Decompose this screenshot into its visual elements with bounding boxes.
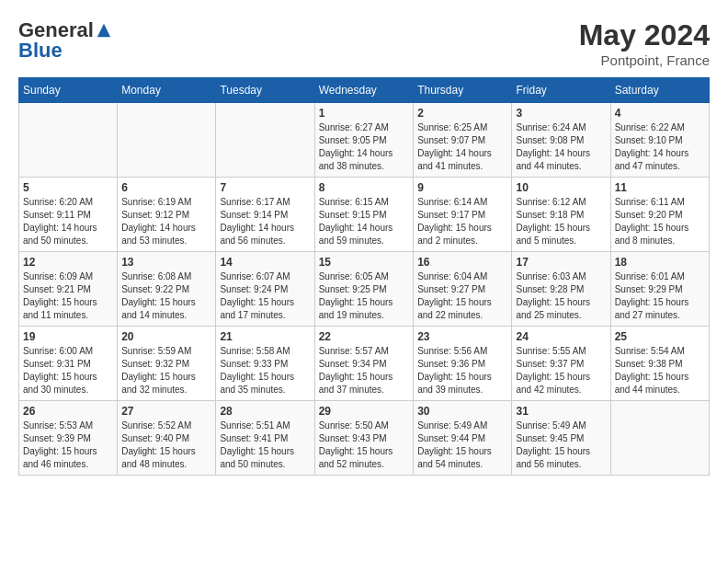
- day-info: Sunrise: 5:54 AM Sunset: 9:38 PM Dayligh…: [615, 345, 705, 396]
- calendar-cell: 16Sunrise: 6:04 AM Sunset: 9:27 PM Dayli…: [414, 252, 512, 327]
- calendar-cell: 24Sunrise: 5:55 AM Sunset: 9:37 PM Dayli…: [512, 327, 610, 401]
- calendar-cell: [216, 103, 314, 178]
- day-info: Sunrise: 5:52 AM Sunset: 9:40 PM Dayligh…: [121, 419, 211, 471]
- day-number: 14: [220, 256, 310, 269]
- day-number: 27: [121, 405, 211, 418]
- day-number: 7: [220, 181, 310, 194]
- day-info: Sunrise: 6:00 AM Sunset: 9:31 PM Dayligh…: [23, 345, 113, 396]
- day-number: 21: [220, 330, 310, 343]
- page-header: General Blue May 2024 Pontpoint, France: [18, 18, 710, 68]
- calendar-cell: [19, 103, 118, 178]
- title-area: May 2024 Pontpoint, France: [579, 18, 710, 68]
- weekday-header-friday: Friday: [512, 78, 610, 103]
- month-year-title: May 2024: [579, 18, 710, 52]
- calendar-cell: 31Sunrise: 5:49 AM Sunset: 9:45 PM Dayli…: [512, 401, 610, 476]
- day-info: Sunrise: 6:20 AM Sunset: 9:11 PM Dayligh…: [23, 196, 113, 247]
- day-number: 20: [121, 330, 211, 343]
- day-number: 22: [319, 330, 410, 343]
- day-info: Sunrise: 5:49 AM Sunset: 9:45 PM Dayligh…: [516, 419, 606, 471]
- day-number: 23: [417, 330, 507, 343]
- day-info: Sunrise: 6:15 AM Sunset: 9:15 PM Dayligh…: [319, 196, 410, 247]
- day-number: 11: [615, 181, 705, 194]
- day-info: Sunrise: 5:51 AM Sunset: 9:41 PM Dayligh…: [220, 419, 310, 471]
- day-info: Sunrise: 6:24 AM Sunset: 9:08 PM Dayligh…: [516, 121, 606, 173]
- location-subtitle: Pontpoint, France: [579, 52, 710, 68]
- calendar-cell: 3Sunrise: 6:24 AM Sunset: 9:08 PM Daylig…: [512, 103, 610, 178]
- day-info: Sunrise: 5:58 AM Sunset: 9:33 PM Dayligh…: [220, 345, 310, 396]
- day-info: Sunrise: 5:57 AM Sunset: 9:34 PM Dayligh…: [319, 345, 410, 396]
- calendar-cell: 8Sunrise: 6:15 AM Sunset: 9:15 PM Daylig…: [314, 178, 414, 252]
- day-info: Sunrise: 6:09 AM Sunset: 9:21 PM Dayligh…: [23, 270, 113, 322]
- calendar-cell: 20Sunrise: 5:59 AM Sunset: 9:32 PM Dayli…: [118, 327, 216, 401]
- logo-blue: Blue: [18, 39, 63, 63]
- day-info: Sunrise: 5:49 AM Sunset: 9:44 PM Dayligh…: [417, 419, 507, 471]
- day-info: Sunrise: 6:12 AM Sunset: 9:18 PM Dayligh…: [516, 196, 606, 247]
- calendar-cell: 28Sunrise: 5:51 AM Sunset: 9:41 PM Dayli…: [216, 401, 314, 476]
- weekday-header-thursday: Thursday: [414, 78, 512, 103]
- calendar-week-row: 12Sunrise: 6:09 AM Sunset: 9:21 PM Dayli…: [19, 252, 710, 327]
- day-info: Sunrise: 5:59 AM Sunset: 9:32 PM Dayligh…: [121, 345, 211, 396]
- calendar-cell: 29Sunrise: 5:50 AM Sunset: 9:43 PM Dayli…: [314, 401, 414, 476]
- day-number: 4: [615, 107, 705, 120]
- calendar-cell: 11Sunrise: 6:11 AM Sunset: 9:20 PM Dayli…: [610, 178, 709, 252]
- day-info: Sunrise: 5:50 AM Sunset: 9:43 PM Dayligh…: [319, 419, 410, 471]
- weekday-header-wednesday: Wednesday: [314, 78, 414, 103]
- day-number: 2: [417, 107, 507, 120]
- calendar-cell: 23Sunrise: 5:56 AM Sunset: 9:36 PM Dayli…: [414, 327, 512, 401]
- day-number: 15: [319, 256, 410, 269]
- calendar-cell: 2Sunrise: 6:25 AM Sunset: 9:07 PM Daylig…: [414, 103, 512, 178]
- calendar-cell: 10Sunrise: 6:12 AM Sunset: 9:18 PM Dayli…: [512, 178, 610, 252]
- day-info: Sunrise: 5:56 AM Sunset: 9:36 PM Dayligh…: [417, 345, 507, 396]
- weekday-header-saturday: Saturday: [610, 78, 709, 103]
- day-number: 9: [417, 181, 507, 194]
- weekday-header-sunday: Sunday: [19, 78, 118, 103]
- day-number: 13: [121, 256, 211, 269]
- day-info: Sunrise: 6:17 AM Sunset: 9:14 PM Dayligh…: [220, 196, 310, 247]
- day-info: Sunrise: 6:08 AM Sunset: 9:22 PM Dayligh…: [121, 270, 211, 322]
- calendar-cell: 6Sunrise: 6:19 AM Sunset: 9:12 PM Daylig…: [118, 178, 216, 252]
- calendar-week-row: 19Sunrise: 6:00 AM Sunset: 9:31 PM Dayli…: [19, 327, 710, 401]
- calendar-cell: 21Sunrise: 5:58 AM Sunset: 9:33 PM Dayli…: [216, 327, 314, 401]
- day-info: Sunrise: 6:04 AM Sunset: 9:27 PM Dayligh…: [417, 270, 507, 322]
- calendar-week-row: 1Sunrise: 6:27 AM Sunset: 9:05 PM Daylig…: [19, 103, 710, 178]
- day-info: Sunrise: 6:25 AM Sunset: 9:07 PM Dayligh…: [417, 121, 507, 173]
- weekday-header-tuesday: Tuesday: [216, 78, 314, 103]
- calendar-cell: 4Sunrise: 6:22 AM Sunset: 9:10 PM Daylig…: [610, 103, 709, 178]
- day-number: 10: [516, 181, 606, 194]
- calendar-cell: 30Sunrise: 5:49 AM Sunset: 9:44 PM Dayli…: [414, 401, 512, 476]
- day-info: Sunrise: 6:22 AM Sunset: 9:10 PM Dayligh…: [615, 121, 705, 173]
- day-number: 30: [417, 405, 507, 418]
- calendar-cell: 12Sunrise: 6:09 AM Sunset: 9:21 PM Dayli…: [19, 252, 118, 327]
- day-number: 28: [220, 405, 310, 418]
- day-number: 24: [516, 330, 606, 343]
- day-number: 17: [516, 256, 606, 269]
- day-info: Sunrise: 6:07 AM Sunset: 9:24 PM Dayligh…: [220, 270, 310, 322]
- calendar-cell: 14Sunrise: 6:07 AM Sunset: 9:24 PM Dayli…: [216, 252, 314, 327]
- svg-marker-0: [97, 24, 110, 37]
- logo-icon: [96, 22, 112, 39]
- calendar-cell: [118, 103, 216, 178]
- day-number: 5: [23, 181, 113, 194]
- day-info: Sunrise: 6:27 AM Sunset: 9:05 PM Dayligh…: [319, 121, 410, 173]
- calendar-week-row: 5Sunrise: 6:20 AM Sunset: 9:11 PM Daylig…: [19, 178, 710, 252]
- day-info: Sunrise: 6:05 AM Sunset: 9:25 PM Dayligh…: [319, 270, 410, 322]
- weekday-header-row: SundayMondayTuesdayWednesdayThursdayFrid…: [19, 78, 710, 103]
- day-info: Sunrise: 6:03 AM Sunset: 9:28 PM Dayligh…: [516, 270, 606, 322]
- day-number: 1: [319, 107, 410, 120]
- calendar-cell: 15Sunrise: 6:05 AM Sunset: 9:25 PM Dayli…: [314, 252, 414, 327]
- day-info: Sunrise: 6:14 AM Sunset: 9:17 PM Dayligh…: [417, 196, 507, 247]
- day-number: 31: [516, 405, 606, 418]
- day-info: Sunrise: 6:11 AM Sunset: 9:20 PM Dayligh…: [615, 196, 705, 247]
- day-number: 16: [417, 256, 507, 269]
- calendar-cell: 27Sunrise: 5:52 AM Sunset: 9:40 PM Dayli…: [118, 401, 216, 476]
- calendar-week-row: 26Sunrise: 5:53 AM Sunset: 9:39 PM Dayli…: [19, 401, 710, 476]
- logo: General Blue: [18, 18, 112, 63]
- day-info: Sunrise: 5:55 AM Sunset: 9:37 PM Dayligh…: [516, 345, 606, 396]
- calendar-table: SundayMondayTuesdayWednesdayThursdayFrid…: [18, 77, 710, 476]
- calendar-cell: 1Sunrise: 6:27 AM Sunset: 9:05 PM Daylig…: [314, 103, 414, 178]
- day-number: 6: [121, 181, 211, 194]
- calendar-cell: 13Sunrise: 6:08 AM Sunset: 9:22 PM Dayli…: [118, 252, 216, 327]
- day-number: 25: [615, 330, 705, 343]
- day-number: 3: [516, 107, 606, 120]
- day-number: 29: [319, 405, 410, 418]
